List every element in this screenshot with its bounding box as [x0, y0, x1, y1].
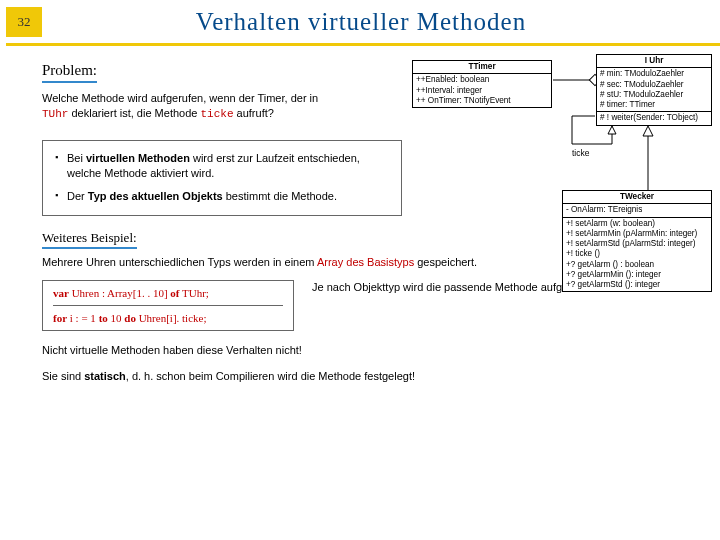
bullet-item: Bei virtuellen Methoden wird erst zur La… [55, 151, 389, 182]
code-line-2: for i : = 1 to 10 do Uhren[i]. ticke; [53, 312, 283, 324]
uml-label-ticke: ticke [572, 148, 589, 158]
page-number: 32 [6, 7, 42, 37]
uml-attrs: ++Enabled: boolean ++Interval: integer +… [413, 74, 551, 107]
uml-attrs: # min: TModuloZaehler # sec: TModuloZaeh… [597, 68, 711, 112]
svg-marker-4 [643, 126, 653, 136]
uml-class-ttimer: TTimer ++Enabled: boolean ++Interval: in… [412, 60, 552, 108]
uml-diagram: TTimer ++Enabled: boolean ++Interval: in… [412, 54, 712, 364]
svg-marker-2 [608, 126, 616, 134]
slide-title: Verhalten virtueller Methoden [42, 8, 720, 36]
problem-text: Welche Methode wird aufgerufen, wenn der… [42, 91, 342, 122]
code-tuhr: TUhr [42, 108, 68, 120]
example-heading: Weiteres Beispiel: [42, 230, 137, 249]
uml-attrs: - OnAlarm: TEreignis [563, 204, 711, 217]
uml-class-iuhr: I Uhr # min: TModuloZaehler # sec: TModu… [596, 54, 712, 126]
uml-ops: +! setAlarm (w: boolean) +! setAlarmMin … [563, 218, 711, 292]
uml-ops: # ! weiter(Sender: TObject) [597, 112, 711, 124]
problem-heading: Problem: [42, 62, 97, 83]
code-ticke: ticke [200, 108, 233, 120]
bullet-item: Der Typ des aktuellen Objekts bestimmt d… [55, 189, 389, 204]
code-box: var Uhren : Array[1. . 10] of TUhr; for … [42, 280, 294, 331]
bullet-box: Bei virtuellen Methoden wird erst zur La… [42, 140, 402, 216]
code-line-1: var Uhren : Array[1. . 10] of TUhr; [53, 287, 283, 306]
uml-class-twecker: TWecker - OnAlarm: TEreignis +! setAlarm… [562, 190, 712, 292]
footer-line-2: Sie sind statisch, d. h. schon beim Comp… [42, 369, 694, 384]
code-array: Array des Basistyps [317, 256, 414, 268]
